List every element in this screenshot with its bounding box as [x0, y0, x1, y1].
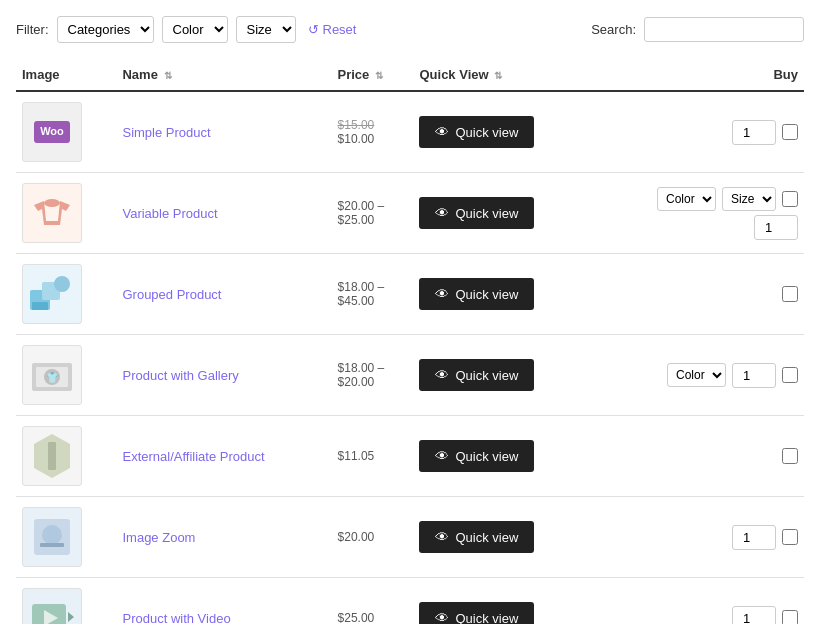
reset-button[interactable]: ↺ Reset [308, 22, 357, 37]
quick-view-button[interactable]: 👁 Quick view [419, 359, 534, 391]
product-table: Image Name ⇅ Price ⇅ Quick View ⇅ Buy Wo… [16, 59, 804, 624]
eye-icon: 👁 [435, 448, 449, 464]
product-name-link[interactable]: Product with Video [122, 611, 230, 625]
eye-icon: 👁 [435, 610, 449, 624]
quick-view-cell: 👁 Quick view [413, 335, 590, 416]
table-row: 👕 Product with Gallery$18.00 –$20.00 👁 Q… [16, 335, 804, 416]
product-image-cell [16, 497, 116, 578]
col-header-price: Price ⇅ [332, 59, 414, 91]
qty-input[interactable] [732, 525, 776, 550]
filter-bar: Filter: Categories Color Size ↺ Reset Se… [16, 16, 804, 43]
size-variation-select[interactable]: Size [722, 187, 776, 211]
product-price-cell: $20.00 [332, 497, 414, 578]
product-name-link[interactable]: Simple Product [122, 125, 210, 140]
buy-cell [590, 416, 804, 497]
qty-input[interactable] [732, 606, 776, 625]
buy-cell [590, 254, 804, 335]
color-select[interactable]: Color [162, 16, 228, 43]
product-price-cell: $15.00$10.00 [332, 91, 414, 173]
quick-view-button[interactable]: 👁 Quick view [419, 278, 534, 310]
quick-view-button[interactable]: 👁 Quick view [419, 197, 534, 229]
buy-cell [590, 91, 804, 173]
reset-icon: ↺ [308, 22, 319, 37]
size-select[interactable]: Size [236, 16, 296, 43]
svg-point-0 [44, 199, 60, 207]
product-name-link[interactable]: Variable Product [122, 206, 217, 221]
product-name-cell: Product with Gallery [116, 335, 331, 416]
product-image-cell: Woo [16, 91, 116, 173]
table-row: Grouped Product$18.00 –$45.00 👁 Quick vi… [16, 254, 804, 335]
quick-view-button[interactable]: 👁 Quick view [419, 116, 534, 148]
buy-checkbox[interactable] [782, 610, 798, 624]
product-name-link[interactable]: Grouped Product [122, 287, 221, 302]
buy-checkbox[interactable] [782, 286, 798, 302]
reset-label: Reset [323, 22, 357, 37]
quick-view-cell: 👁 Quick view [413, 497, 590, 578]
quick-view-button[interactable]: 👁 Quick view [419, 602, 534, 624]
col-header-quickview: Quick View ⇅ [413, 59, 590, 91]
table-row: Image Zoom$20.00 👁 Quick view [16, 497, 804, 578]
buy-checkbox[interactable] [782, 448, 798, 464]
table-header-row: Image Name ⇅ Price ⇅ Quick View ⇅ Buy [16, 59, 804, 91]
quick-view-cell: 👁 Quick view [413, 254, 590, 335]
svg-rect-5 [32, 302, 48, 310]
quick-view-cell: 👁 Quick view [413, 91, 590, 173]
qty-input[interactable] [754, 215, 798, 240]
product-image-cell [16, 173, 116, 254]
table-row: Product with Video$25.00 👁 Quick view [16, 578, 804, 625]
product-image-cell: 👕 [16, 335, 116, 416]
color-variation-select[interactable]: Color [667, 363, 726, 387]
product-name-cell: Variable Product [116, 173, 331, 254]
svg-point-13 [42, 525, 62, 545]
search-input[interactable] [644, 17, 804, 42]
product-name-cell: Simple Product [116, 91, 331, 173]
col-header-name: Name ⇅ [116, 59, 331, 91]
product-name-cell: Product with Video [116, 578, 331, 625]
quick-view-button[interactable]: 👁 Quick view [419, 521, 534, 553]
quick-view-cell: 👁 Quick view [413, 416, 590, 497]
quick-view-cell: 👁 Quick view [413, 173, 590, 254]
table-row: Woo Simple Product$15.00$10.00 👁 Quick v… [16, 91, 804, 173]
product-price-cell: $20.00 –$25.00 [332, 173, 414, 254]
quick-view-button[interactable]: 👁 Quick view [419, 440, 534, 472]
svg-text:👕: 👕 [46, 371, 59, 384]
svg-rect-14 [40, 543, 64, 547]
filter-label: Filter: [16, 22, 49, 37]
eye-icon: 👁 [435, 367, 449, 383]
name-sort-icon[interactable]: ⇅ [164, 70, 172, 81]
svg-marker-16 [68, 612, 74, 622]
product-name-link[interactable]: Product with Gallery [122, 368, 238, 383]
buy-cell: Color [590, 335, 804, 416]
buy-checkbox[interactable] [782, 124, 798, 140]
product-image-cell [16, 578, 116, 625]
quick-view-cell: 👁 Quick view [413, 578, 590, 625]
price-sort-icon[interactable]: ⇅ [375, 70, 383, 81]
buy-cell: Color Size [590, 173, 804, 254]
product-image-cell [16, 416, 116, 497]
qty-input[interactable] [732, 363, 776, 388]
quickview-sort-icon[interactable]: ⇅ [494, 70, 502, 81]
product-image-cell [16, 254, 116, 335]
buy-checkbox[interactable] [782, 367, 798, 383]
product-name-link[interactable]: External/Affiliate Product [122, 449, 264, 464]
col-header-buy: Buy [590, 59, 804, 91]
svg-point-4 [54, 276, 70, 292]
eye-icon: 👁 [435, 124, 449, 140]
product-price-cell: $11.05 [332, 416, 414, 497]
color-variation-select[interactable]: Color [657, 187, 716, 211]
categories-select[interactable]: Categories [57, 16, 154, 43]
product-price-cell: $18.00 –$20.00 [332, 335, 414, 416]
buy-checkbox[interactable] [782, 529, 798, 545]
svg-rect-11 [48, 442, 56, 470]
buy-checkbox[interactable] [782, 191, 798, 207]
qty-input[interactable] [732, 120, 776, 145]
table-row: External/Affiliate Product$11.05 👁 Quick… [16, 416, 804, 497]
search-label: Search: [591, 22, 636, 37]
eye-icon: 👁 [435, 205, 449, 221]
eye-icon: 👁 [435, 529, 449, 545]
product-price-cell: $25.00 [332, 578, 414, 625]
product-name-link[interactable]: Image Zoom [122, 530, 195, 545]
buy-cell [590, 497, 804, 578]
col-header-image: Image [16, 59, 116, 91]
eye-icon: 👁 [435, 286, 449, 302]
